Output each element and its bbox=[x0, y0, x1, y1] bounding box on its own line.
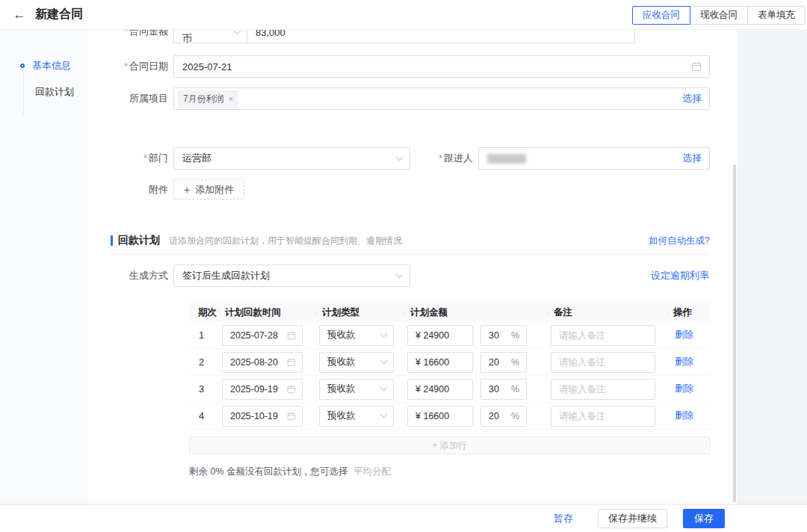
project-field[interactable]: 7月份利润 × 选择 bbox=[173, 87, 710, 110]
table-header-row: 期次 计划回款时间 计划类型 计划金额 备注 操作 bbox=[189, 303, 710, 322]
delete-row-link[interactable]: 删除 bbox=[675, 330, 693, 340]
plan-amount-input[interactable] bbox=[408, 384, 472, 395]
plan-amount-field bbox=[407, 379, 473, 400]
col-header-action: 操作 bbox=[667, 306, 710, 319]
calendar-icon bbox=[287, 412, 296, 421]
page-title: 新建合同 bbox=[35, 7, 83, 22]
anchor-sidebar: 基本信息 回款计划 bbox=[0, 30, 88, 504]
department-follower-row: *部门 运营部 *跟进人 选择 bbox=[88, 147, 737, 170]
delete-row-link[interactable]: 删除 bbox=[675, 356, 693, 367]
project-row: 所属项目 7月份利润 × 选择 bbox=[88, 87, 737, 110]
add-attachment-button[interactable]: + 添加附件 bbox=[173, 179, 244, 200]
required-marker: * bbox=[439, 153, 442, 164]
plan-date-picker[interactable]: 2025-08-20 bbox=[222, 352, 303, 373]
plan-date-picker[interactable]: 2025-10-19 bbox=[222, 406, 303, 427]
contract-date-picker[interactable]: 2025-07-21 bbox=[173, 55, 710, 78]
add-row-button[interactable]: + 添加行 bbox=[189, 436, 710, 454]
payment-plan-section-header: 回款计划 请添加合同的回款计划，用于智能提醒合同到期、逾期情况 如何自动生成? bbox=[111, 234, 710, 247]
contract-mode-group: 应收合同 现收合同 表单填充 bbox=[633, 6, 806, 25]
sidebar-item-basic-info[interactable]: 基本信息 bbox=[0, 58, 88, 73]
section-divider bbox=[111, 254, 710, 255]
col-header-date: 计划回款时间 bbox=[219, 306, 316, 319]
plan-remark-input[interactable] bbox=[551, 384, 655, 395]
plan-date-picker[interactable]: 2025-07-28 bbox=[222, 325, 303, 346]
sidebar-item-payment-plan[interactable]: 回款计划 bbox=[0, 84, 88, 99]
department-label: *部门 bbox=[88, 152, 168, 165]
mode-button-form-fill[interactable]: 表单填充 bbox=[747, 6, 806, 25]
follower-value-redacted bbox=[487, 154, 526, 164]
overdue-rate-link[interactable]: 设定逾期利率 bbox=[651, 269, 709, 282]
generate-mode-row: 生成方式 签订后生成回款计划 设定逾期利率 bbox=[88, 265, 737, 287]
percent-symbol: % bbox=[511, 357, 519, 368]
plan-percent-field[interactable]: 20% bbox=[480, 352, 527, 373]
save-and-continue-button[interactable]: 保存并继续 bbox=[598, 509, 667, 528]
generate-mode-select[interactable]: 签订后生成回款计划 bbox=[173, 265, 410, 287]
col-header-period: 期次 bbox=[189, 306, 219, 319]
footer-action-bar: 暂存 保存并继续 保存 bbox=[0, 504, 807, 532]
section-title: 回款计划 bbox=[118, 234, 160, 247]
plan-amount-field bbox=[407, 325, 473, 346]
table-row: 4 2025-10-19 预收款 20% 删除 bbox=[189, 403, 710, 430]
plan-remark-field bbox=[551, 379, 655, 400]
sidebar-item-label: 基本信息 bbox=[32, 59, 71, 72]
percent-symbol: % bbox=[511, 330, 519, 341]
plan-remark-input[interactable] bbox=[551, 357, 655, 368]
required-marker: * bbox=[124, 61, 128, 72]
plus-icon: + bbox=[184, 184, 190, 196]
back-icon[interactable]: ← bbox=[12, 7, 27, 22]
plan-remark-field bbox=[551, 325, 655, 346]
required-marker: * bbox=[143, 153, 147, 164]
add-attachment-label: 添加附件 bbox=[195, 183, 234, 197]
delete-row-link[interactable]: 删除 bbox=[675, 410, 693, 421]
distribute-evenly-link[interactable]: 平均分配 bbox=[353, 466, 391, 477]
mode-button-cash[interactable]: 现收合同 bbox=[690, 6, 748, 25]
department-value: 运营部 bbox=[182, 152, 211, 165]
plan-remark-input[interactable] bbox=[551, 330, 655, 341]
save-button[interactable]: 保存 bbox=[683, 509, 725, 528]
calendar-icon bbox=[287, 385, 296, 394]
plan-remark-field bbox=[551, 352, 655, 373]
col-header-amount: 计划金额 bbox=[404, 306, 548, 319]
delete-row-link[interactable]: 删除 bbox=[675, 383, 693, 394]
save-draft-button[interactable]: 暂存 bbox=[554, 512, 573, 525]
chevron-down-icon bbox=[380, 357, 388, 365]
plan-type-select[interactable]: 预收款 bbox=[319, 325, 394, 346]
chevron-down-icon bbox=[234, 30, 241, 34]
active-step-dot-icon bbox=[20, 64, 25, 68]
sidebar-item-label: 回款计划 bbox=[35, 85, 74, 99]
col-header-type: 计划类型 bbox=[316, 306, 404, 319]
follower-label: *跟进人 bbox=[410, 152, 473, 165]
period-number: 4 bbox=[189, 410, 219, 421]
top-bar: ← 新建合同 应收合同 现收合同 表单填充 bbox=[0, 0, 807, 30]
plan-percent-field[interactable]: 30% bbox=[480, 379, 527, 400]
follower-field[interactable]: 选择 bbox=[478, 147, 710, 170]
percent-symbol: % bbox=[511, 384, 519, 395]
plan-date-picker[interactable]: 2025-09-19 bbox=[222, 379, 303, 400]
project-tag-label: 7月份利润 bbox=[183, 93, 224, 105]
plan-percent-field[interactable]: 20% bbox=[480, 406, 527, 427]
plan-amount-input[interactable] bbox=[408, 411, 472, 421]
plan-type-select[interactable]: 预收款 bbox=[319, 406, 394, 427]
period-number: 2 bbox=[189, 356, 219, 368]
auto-generate-help-link[interactable]: 如何自动生成? bbox=[649, 235, 710, 247]
plan-amount-field bbox=[407, 352, 473, 373]
plan-amount-input[interactable] bbox=[408, 357, 472, 368]
contract-date-label: *合同日期 bbox=[88, 60, 168, 73]
follower-select-link[interactable]: 选择 bbox=[682, 152, 702, 165]
attachment-row: 附件 + 添加附件 bbox=[88, 179, 737, 200]
project-select-link[interactable]: 选择 bbox=[682, 92, 702, 105]
contract-amount-input[interactable] bbox=[247, 30, 634, 38]
plan-type-select[interactable]: 预收款 bbox=[319, 352, 394, 373]
department-select[interactable]: 运营部 bbox=[173, 147, 410, 170]
plan-remark-input[interactable] bbox=[551, 411, 655, 421]
plan-type-select[interactable]: 预收款 bbox=[319, 379, 394, 400]
tag-remove-icon[interactable]: × bbox=[229, 94, 233, 103]
plan-percent-field[interactable]: 30% bbox=[480, 325, 527, 346]
contract-date-value: 2025-07-21 bbox=[182, 61, 232, 72]
remaining-hint-text: 剩余 0% 金额没有回款计划，您可选择 bbox=[189, 466, 348, 477]
vertical-scrollbar[interactable] bbox=[733, 164, 736, 502]
plan-amount-input[interactable] bbox=[408, 330, 472, 341]
plan-remark-field bbox=[551, 406, 655, 427]
currency-select[interactable]: CNY – 人民币 bbox=[173, 30, 247, 43]
mode-button-receivable[interactable]: 应收合同 bbox=[632, 6, 690, 25]
